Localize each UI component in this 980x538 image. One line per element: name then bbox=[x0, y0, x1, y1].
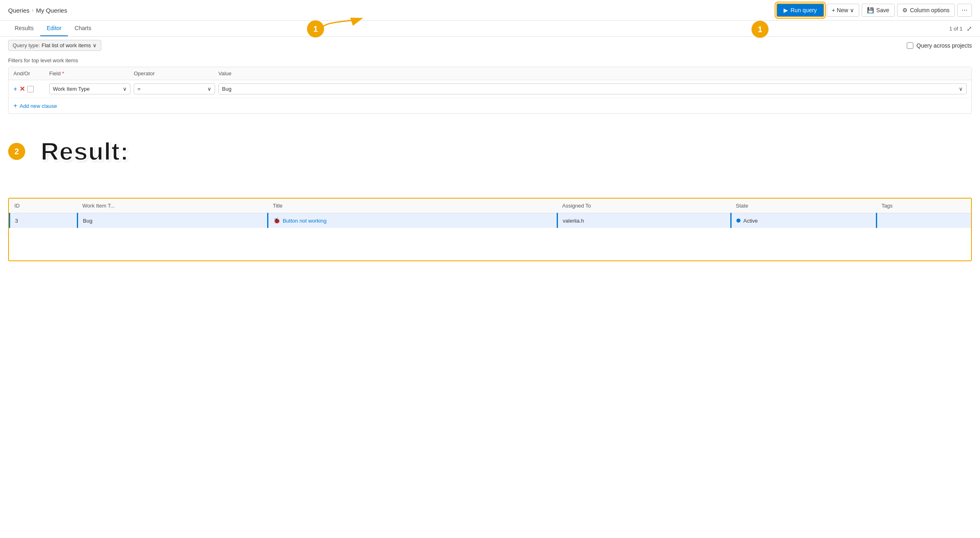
add-row-icon[interactable]: + bbox=[13, 85, 17, 93]
table-row[interactable]: 3 Bug 🐞 Button not working valeriia.h Ac… bbox=[10, 213, 971, 228]
run-query-label: Run query bbox=[791, 7, 817, 13]
filter-row: + ✕ Work Item Type ∨ = ∨ Bug ∨ bbox=[9, 80, 971, 98]
breadcrumb-separator: › bbox=[32, 7, 34, 13]
cell-work-item-type: Bug bbox=[78, 213, 268, 228]
results-table: ID Work Item T... Title Assigned To Stat… bbox=[9, 199, 971, 260]
tab-results[interactable]: Results bbox=[8, 21, 40, 36]
tabs-bar: Results Editor Charts 1 of 1 ⤢ bbox=[0, 21, 980, 37]
save-icon: 💾 bbox=[867, 7, 874, 13]
add-clause-icon: + bbox=[13, 102, 17, 109]
plus-icon: + bbox=[832, 7, 835, 13]
filters-section: Filters for top level work items And/Or … bbox=[0, 54, 980, 120]
add-clause-row[interactable]: + Add new clause bbox=[9, 98, 971, 114]
chevron-down-icon: ∨ bbox=[850, 7, 854, 13]
cell-state: Active bbox=[731, 213, 877, 228]
column-options-icon: ⚙ bbox=[902, 7, 908, 13]
field-dropdown[interactable]: Work Item Type ∨ bbox=[49, 83, 131, 94]
save-label: Save bbox=[876, 7, 889, 13]
required-asterisk: * bbox=[62, 70, 64, 77]
col-header-operator: Operator bbox=[134, 70, 215, 77]
value-dropdown[interactable]: Bug ∨ bbox=[218, 83, 967, 94]
value-chevron-down-icon: ∨ bbox=[959, 86, 963, 92]
bug-icon: 🐞 bbox=[273, 217, 280, 224]
query-type-dropdown[interactable]: Query type: Flat list of work items ∨ bbox=[8, 40, 101, 51]
tabs-right: 1 of 1 ⤢ bbox=[949, 22, 972, 36]
column-options-button[interactable]: ⚙ Column options bbox=[897, 4, 955, 17]
row-checkbox[interactable] bbox=[27, 86, 34, 92]
chevron-down-icon: ∨ bbox=[93, 42, 97, 48]
query-type-label: Query type: bbox=[13, 42, 40, 48]
query-options-bar: Query type: Flat list of work items ∨ Qu… bbox=[0, 37, 980, 54]
col-work-item-type: Work Item T... bbox=[78, 199, 268, 213]
run-query-button[interactable]: ▶ Run query bbox=[776, 3, 824, 17]
pagination-text: 1 of 1 bbox=[949, 26, 963, 32]
cell-assigned-to: valeriia.h bbox=[558, 213, 731, 228]
filters-table: And/Or Field * Operator Value + ✕ Work I… bbox=[8, 67, 972, 114]
filters-label: Filters for top level work items bbox=[8, 57, 972, 63]
breadcrumb-root[interactable]: Queries bbox=[8, 7, 30, 14]
tab-charts[interactable]: Charts bbox=[68, 21, 98, 36]
col-id: ID bbox=[10, 199, 78, 213]
table-header-row: ID Work Item T... Title Assigned To Stat… bbox=[10, 199, 971, 213]
col-header-value: Value bbox=[218, 70, 283, 77]
col-tags: Tags bbox=[877, 199, 971, 213]
cell-tags bbox=[877, 213, 971, 228]
remove-row-icon[interactable]: ✕ bbox=[20, 85, 25, 93]
step-badge-2: 2 bbox=[8, 143, 25, 160]
step-badge-1: 1 bbox=[751, 21, 769, 38]
more-icon: ⋯ bbox=[962, 7, 967, 13]
result-label: Result: bbox=[41, 137, 129, 165]
empty-row-2 bbox=[10, 244, 971, 260]
col-header-field: Field * bbox=[49, 70, 131, 77]
breadcrumb-current: My Queries bbox=[36, 7, 68, 14]
col-assigned-to: Assigned To bbox=[558, 199, 731, 213]
toolbar-actions: ▶ Run query + New ∨ 💾 Save ⚙ Column opti… bbox=[776, 3, 972, 17]
state-dot bbox=[736, 219, 740, 223]
new-label: New bbox=[837, 7, 848, 13]
col-header-and-or: And/Or bbox=[13, 70, 46, 77]
col-state: State bbox=[731, 199, 877, 213]
annotation-area: 2 Result: 1 bbox=[0, 120, 980, 194]
query-across-projects-checkbox[interactable] bbox=[907, 42, 913, 49]
results-wrapper: ID Work Item T... Title Assigned To Stat… bbox=[8, 198, 972, 261]
breadcrumb: Queries › My Queries bbox=[8, 7, 772, 14]
badge-1-container: 1 bbox=[751, 21, 769, 38]
empty-row-1 bbox=[10, 228, 971, 244]
play-icon: ▶ bbox=[784, 7, 788, 13]
operator-chevron-down-icon: ∨ bbox=[207, 86, 211, 92]
column-options-label: Column options bbox=[910, 7, 950, 13]
add-clause-label: Add new clause bbox=[20, 103, 57, 109]
query-type-value: Flat list of work items bbox=[41, 42, 91, 48]
query-across-projects-label: Query across projects bbox=[917, 42, 972, 49]
new-button[interactable]: + New ∨ bbox=[827, 4, 859, 17]
operator-dropdown[interactable]: = ∨ bbox=[134, 83, 215, 94]
save-button[interactable]: 💾 Save bbox=[862, 4, 895, 17]
more-options-button[interactable]: ⋯ bbox=[957, 4, 972, 17]
toolbar: Queries › My Queries ▶ Run query + New ∨… bbox=[0, 0, 980, 21]
expand-icon[interactable]: ⤢ bbox=[967, 25, 972, 33]
cell-title[interactable]: 🐞 Button not working bbox=[268, 213, 558, 228]
page-container: Queries › My Queries ▶ Run query + New ∨… bbox=[0, 0, 980, 261]
tab-editor[interactable]: Editor bbox=[40, 21, 68, 36]
title-link[interactable]: 🐞 Button not working bbox=[273, 217, 552, 224]
col-title: Title bbox=[268, 199, 558, 213]
cell-id: 3 bbox=[10, 213, 78, 228]
row-actions: + ✕ bbox=[13, 85, 46, 93]
filters-header: And/Or Field * Operator Value bbox=[9, 67, 971, 80]
field-chevron-down-icon: ∨ bbox=[123, 86, 127, 92]
